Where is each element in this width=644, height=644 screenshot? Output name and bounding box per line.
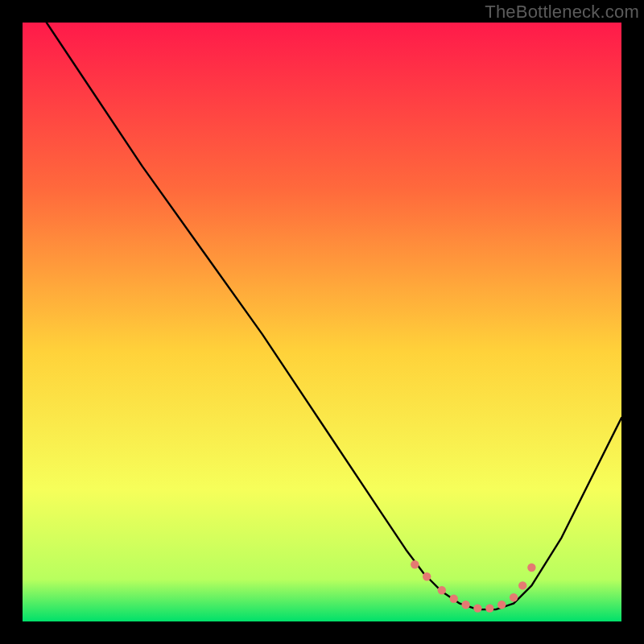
- highlight-dot: [473, 604, 481, 612]
- gradient-background: [23, 23, 621, 621]
- highlight-dot: [497, 601, 506, 609]
- highlight-dot: [518, 581, 526, 589]
- plot-area: [23, 23, 621, 621]
- highlight-dot: [510, 593, 518, 601]
- highlight-dot: [450, 595, 458, 603]
- highlight-dot: [423, 572, 431, 580]
- bottleneck-chart: [23, 23, 621, 621]
- highlight-dot: [527, 564, 535, 572]
- chart-frame: TheBottleneck.com: [0, 0, 644, 644]
- highlight-dot: [411, 560, 419, 568]
- highlight-dot: [461, 601, 469, 609]
- watermark-text: TheBottleneck.com: [485, 2, 639, 23]
- highlight-dot: [485, 604, 493, 612]
- highlight-dot: [438, 586, 446, 594]
